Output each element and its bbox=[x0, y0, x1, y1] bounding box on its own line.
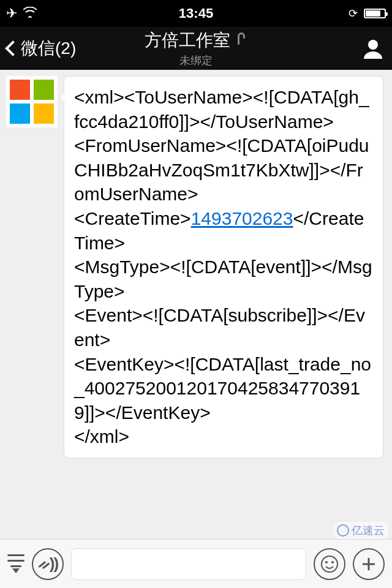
status-right: ⟳ bbox=[349, 7, 386, 20]
msg-number-link[interactable]: 1493702623 bbox=[191, 208, 293, 228]
watermark-icon bbox=[337, 524, 349, 537]
msg-line: <Event><![CDATA[subscribe]]></Event> bbox=[74, 305, 365, 350]
input-bar: ᨀ)) bbox=[0, 539, 392, 588]
watermark: 亿速云 bbox=[333, 522, 388, 539]
profile-icon bbox=[361, 37, 385, 60]
message-row: <xml><ToUserName><![CDATA[gh_fcc4da210ff… bbox=[6, 76, 383, 458]
smile-icon bbox=[320, 555, 339, 573]
add-button[interactable] bbox=[353, 548, 385, 580]
nav-bar: 微信(2) 方倍工作室 未绑定 bbox=[0, 27, 392, 70]
msg-line: <FromUserName><![CDATA[oiPuduCHIBb2aHvZo… bbox=[74, 135, 369, 204]
keyboard-toggle-button[interactable] bbox=[7, 554, 24, 573]
back-button[interactable]: 微信(2) bbox=[7, 37, 76, 60]
status-bar: ✈ 13:45 ⟳ bbox=[0, 0, 392, 27]
chat-subtitle: 未绑定 bbox=[145, 53, 247, 68]
voice-icon: ᨀ)) bbox=[38, 554, 58, 573]
status-left: ✈ bbox=[6, 6, 37, 21]
orientation-lock-icon: ⟳ bbox=[349, 7, 358, 20]
msg-line: <MsgType><![CDATA[event]]></MsgType> bbox=[74, 257, 372, 301]
earphone-icon bbox=[235, 30, 247, 51]
svg-point-0 bbox=[368, 40, 378, 50]
chat-area[interactable]: <xml><ToUserName><![CDATA[gh_fcc4da210ff… bbox=[0, 70, 392, 539]
msg-line: <CreateTime> bbox=[74, 208, 191, 228]
chevron-left-icon bbox=[5, 40, 20, 56]
message-bubble[interactable]: <xml><ToUserName><![CDATA[gh_fcc4da210ff… bbox=[64, 76, 383, 458]
keyboard-icon bbox=[7, 554, 24, 567]
msg-line: <xml><ToUserName><![CDATA[gh_fcc4da210ff… bbox=[74, 87, 369, 132]
message-input[interactable] bbox=[71, 548, 306, 580]
battery-icon bbox=[364, 9, 386, 18]
msg-line: <EventKey><![CDATA[last_trade_no_4002752… bbox=[74, 354, 371, 423]
chevron-down-icon bbox=[12, 568, 20, 573]
avatar[interactable] bbox=[6, 76, 58, 127]
svg-point-3 bbox=[331, 561, 334, 564]
nav-title-area: 方倍工作室 未绑定 bbox=[145, 29, 247, 68]
msg-line: </xml> bbox=[74, 426, 129, 447]
watermark-text: 亿速云 bbox=[352, 523, 385, 538]
status-time: 13:45 bbox=[179, 6, 213, 21]
chat-title: 方倍工作室 bbox=[145, 29, 230, 52]
airplane-icon: ✈ bbox=[6, 6, 17, 21]
wifi-icon bbox=[23, 6, 37, 21]
svg-point-2 bbox=[325, 561, 328, 564]
back-label: 微信(2) bbox=[21, 37, 76, 60]
emoji-button[interactable] bbox=[314, 548, 345, 580]
profile-button[interactable] bbox=[361, 37, 385, 60]
voice-input-button[interactable]: ᨀ)) bbox=[32, 548, 64, 580]
plus-icon bbox=[361, 556, 377, 572]
svg-point-1 bbox=[322, 556, 337, 572]
